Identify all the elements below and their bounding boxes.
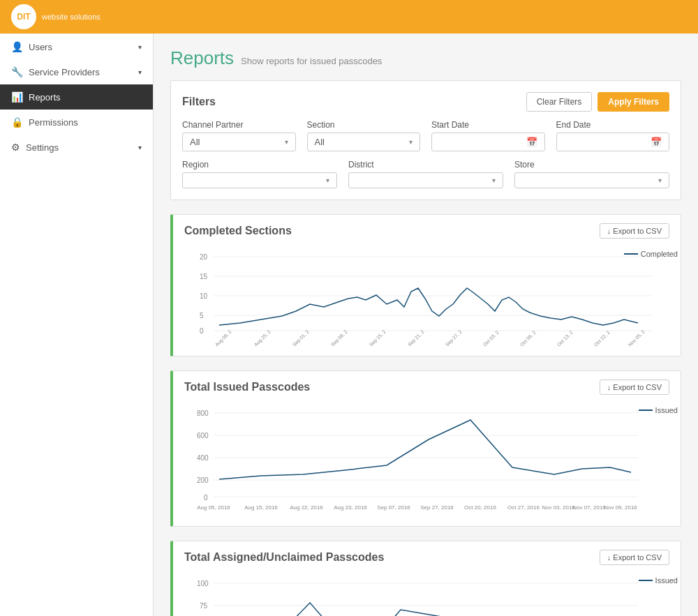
channel-partner-value: All	[190, 137, 200, 147]
clear-filters-button[interactable]: Clear Filters	[526, 92, 593, 112]
start-date-input[interactable]: 📅	[431, 133, 545, 151]
svg-text:Sep 08, 2: Sep 08, 2	[330, 329, 349, 347]
svg-text:10: 10	[200, 292, 208, 300]
total-issued-legend: Issued	[639, 406, 678, 414]
region-label: Region	[182, 160, 337, 170]
sidebar-item-reports[interactable]: 📊 Reports	[0, 84, 153, 110]
store-select[interactable]: ▾	[514, 172, 669, 188]
svg-text:Sep 21, 2: Sep 21, 2	[407, 329, 426, 347]
app-header: DIT website solutions	[0, 0, 698, 33]
svg-text:20: 20	[200, 253, 208, 261]
channel-partner-label: Channel Partner	[182, 120, 296, 130]
chevron-down-icon: ▾	[658, 176, 662, 184]
total-issued-title: Total Issued Passcodes	[184, 381, 310, 393]
page-subtitle: Show reports for issued passcodes	[241, 56, 382, 66]
total-assigned-export-button[interactable]: ↓ Export to CSV	[600, 550, 669, 565]
svg-text:Nov 03,
2016: Nov 03, 2016	[542, 504, 575, 511]
total-issued-passcodes-card: Total Issued Passcodes ↓ Export to CSV 8…	[170, 370, 681, 527]
store-filter: Store ▾	[514, 160, 669, 188]
svg-text:Sep 01, 2: Sep 01, 2	[292, 329, 311, 347]
reports-icon: 📊	[11, 91, 23, 103]
sidebar-item-label: Settings	[26, 142, 59, 153]
svg-text:75: 75	[200, 602, 208, 610]
total-assigned-legend: Issued	[639, 576, 678, 585]
channel-partner-select[interactable]: All ▾	[182, 133, 296, 151]
chevron-down-icon: ▾	[492, 176, 496, 184]
total-assigned-passcodes-card: Total Assigned/Unclaimed Passcodes ↓ Exp…	[170, 541, 681, 616]
region-filter: Region ▾	[182, 160, 337, 188]
gear-icon: ⚙	[11, 142, 20, 153]
completed-sections-header: Completed Sections ↓ Export to CSV	[173, 215, 681, 244]
svg-text:Oct 27,
2016: Oct 27, 2016	[507, 504, 540, 511]
chevron-down-icon: ▾	[138, 68, 142, 76]
main-layout: 👤 Users ▾ 🔧 Service Providers ▾ 📊 Report…	[0, 33, 698, 616]
svg-text:Oct 20,
2016: Oct 20, 2016	[464, 504, 496, 511]
sidebar-item-settings[interactable]: ⚙ Settings ▾	[0, 135, 153, 160]
end-date-input[interactable]: 📅	[556, 133, 670, 151]
chevron-down-icon: ▾	[326, 176, 329, 184]
section-select[interactable]: All ▾	[307, 133, 421, 151]
completed-sections-export-button[interactable]: ↓ Export to CSV	[600, 223, 669, 239]
total-assigned-title: Total Assigned/Unclaimed Passcodes	[184, 551, 384, 564]
main-content: Reports Show reports for issued passcode…	[154, 33, 698, 616]
svg-text:5: 5	[200, 312, 204, 320]
svg-text:Aug 08, 2: Aug 08, 2	[214, 329, 233, 347]
svg-text:Oct 06, 2: Oct 06, 2	[519, 330, 537, 347]
completed-sections-legend: Completed	[624, 250, 678, 258]
sidebar: 👤 Users ▾ 🔧 Service Providers ▾ 📊 Report…	[0, 33, 154, 616]
svg-text:600: 600	[197, 432, 209, 440]
section-filter: Section All ▾	[307, 120, 421, 151]
svg-text:Aug 22,
2016: Aug 22, 2016	[290, 504, 323, 511]
filters-row-1: Channel Partner All ▾ Section All ▾ Star…	[182, 120, 669, 151]
legend-label: Issued	[655, 576, 678, 585]
district-select[interactable]: ▾	[348, 172, 503, 188]
sidebar-item-label: Users	[29, 42, 52, 52]
svg-text:Oct 13, 2: Oct 13, 2	[556, 330, 574, 347]
legend-dash	[639, 580, 653, 581]
svg-text:800: 800	[197, 410, 209, 417]
completed-sections-card: Completed Sections ↓ Export to CSV 20 15…	[170, 214, 681, 356]
total-assigned-svg: 100 75 50 25 0 Aug 05, 2016 Aug 15, 2016	[184, 576, 659, 616]
chevron-down-icon: ▾	[285, 138, 288, 146]
start-date-label: Start Date	[431, 120, 545, 130]
legend-label: Completed	[641, 250, 678, 258]
end-date-label: End Date	[556, 120, 670, 130]
svg-text:400: 400	[197, 454, 209, 462]
svg-text:Oct 22, 2: Oct 22, 2	[593, 330, 611, 347]
svg-text:Aug 05,
2016: Aug 05, 2016	[197, 504, 230, 511]
svg-text:0: 0	[204, 494, 208, 502]
total-issued-export-button[interactable]: ↓ Export to CSV	[600, 380, 669, 395]
start-date-filter: Start Date 📅	[431, 120, 545, 151]
total-issued-header: Total Issued Passcodes ↓ Export to CSV	[173, 371, 681, 400]
total-issued-chart-area: 800 600 400 200 0 Aug 05, 2016 Aug 15, 2…	[173, 400, 681, 526]
svg-text:0: 0	[200, 327, 204, 335]
svg-text:Sep 07,
2016: Sep 07, 2016	[377, 504, 410, 511]
end-date-filter: End Date 📅	[556, 120, 670, 151]
apply-filters-button[interactable]: Apply Filters	[597, 92, 669, 112]
sidebar-item-permissions[interactable]: 🔒 Permissions	[0, 110, 153, 135]
service-providers-icon: 🔧	[11, 66, 23, 77]
sidebar-item-service-providers[interactable]: 🔧 Service Providers ▾	[0, 59, 153, 84]
svg-text:15: 15	[200, 273, 208, 280]
chevron-down-icon: ▾	[138, 144, 142, 151]
svg-text:Nov 07,
2016: Nov 07, 2016	[572, 504, 606, 511]
lock-icon: 🔒	[11, 117, 23, 128]
chevron-down-icon: ▾	[409, 138, 413, 146]
sidebar-item-label: Permissions	[29, 117, 78, 128]
svg-text:Aug 25, 2: Aug 25, 2	[253, 329, 272, 347]
filters-title: Filters	[182, 96, 216, 108]
filters-header: Filters Clear Filters Apply Filters	[182, 92, 669, 112]
section-value: All	[315, 137, 325, 147]
district-label: District	[348, 160, 503, 170]
completed-sections-svg: 20 15 10 5 0 Aug 08, 2 Aug 25, 2	[184, 250, 659, 347]
sidebar-item-users[interactable]: 👤 Users ▾	[0, 33, 153, 59]
calendar-icon: 📅	[651, 137, 662, 147]
completed-sections-title: Completed Sections	[184, 225, 292, 237]
region-select[interactable]: ▾	[182, 172, 337, 188]
total-issued-svg: 800 600 400 200 0 Aug 05, 2016 Aug 15, 2…	[184, 406, 659, 518]
svg-text:200: 200	[197, 476, 209, 484]
total-assigned-header: Total Assigned/Unclaimed Passcodes ↓ Exp…	[173, 541, 681, 571]
filters-btn-group: Clear Filters Apply Filters	[526, 92, 669, 112]
svg-text:Oct 03, 2: Oct 03, 2	[482, 330, 500, 347]
section-label: Section	[307, 120, 421, 130]
